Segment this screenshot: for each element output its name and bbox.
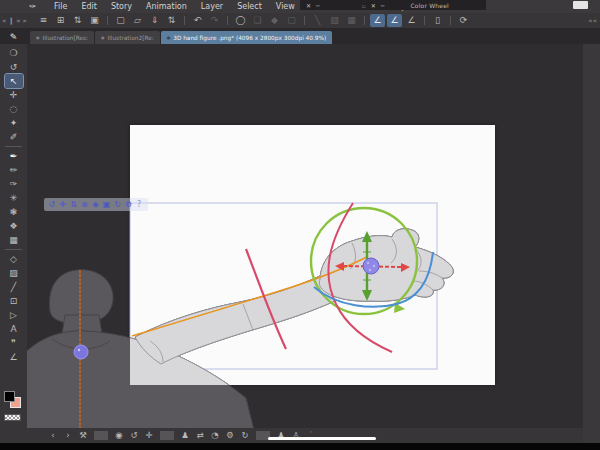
snap-ruler-icon[interactable]: ∠ — [370, 14, 385, 27]
open-file-icon[interactable]: ▱ — [130, 14, 145, 27]
camera-icon[interactable]: ◉ — [112, 429, 126, 442]
tool-airbrush[interactable]: ✳ — [5, 191, 23, 205]
tool-frame-border[interactable]: ⊡ — [5, 294, 23, 308]
menu-view[interactable]: View — [269, 0, 302, 13]
clear-icon[interactable]: ◆ — [267, 14, 282, 27]
camera-zoom-icon[interactable]: ⇅ — [68, 199, 79, 210]
bottom-bar-icons: ‹›⚒◉↺✛♟⇄◔⚙↻♟♙˄ — [46, 429, 318, 442]
menu-file[interactable]: File — [47, 0, 74, 13]
color-swatches — [0, 390, 27, 428]
save-icon[interactable]: ⇓ — [147, 14, 162, 27]
tab-3d-hand-figure[interactable]: ● 3D hand figure .png* (4096 x 2800px 30… — [161, 31, 333, 44]
undo-icon[interactable]: ↶ — [190, 14, 205, 27]
export-icon[interactable]: ⇅ — [164, 14, 179, 27]
tool-decoration[interactable]: ❃ — [5, 205, 23, 219]
reset-rotation-icon[interactable]: ↻ — [238, 429, 252, 442]
help-icon[interactable]: ? — [137, 200, 141, 209]
pose-icon[interactable]: ♟ — [178, 429, 192, 442]
pager-handle-icon[interactable]: ❙ — [8, 17, 14, 25]
model-settings-icon[interactable]: ⚙ — [223, 429, 237, 442]
main-menu-icon[interactable]: ≡ — [36, 14, 51, 27]
tool-gradient[interactable]: ▨ — [5, 266, 23, 280]
more-icon[interactable]: ˄ — [304, 429, 318, 442]
camera-orbit-icon[interactable]: ↺ — [46, 199, 57, 210]
add-figure-icon[interactable]: ♟ — [274, 429, 288, 442]
tool-pen[interactable]: ✒ — [5, 149, 23, 163]
tool-figure[interactable]: ╱ — [5, 280, 23, 294]
switch-view-icon[interactable]: ⇅ — [70, 14, 85, 27]
camera-translate-icon[interactable]: ✛ — [57, 199, 68, 210]
menu-layer[interactable]: Layer — [194, 0, 230, 13]
collapse-panels-icon[interactable]: « « — [588, 17, 596, 25]
tablet-mode-icon[interactable]: ▯ — [430, 14, 445, 27]
new-canvas-icon[interactable]: ⊞ — [53, 14, 68, 27]
snap-grid-icon[interactable]: ∠ — [404, 14, 419, 27]
foreground-color-swatch[interactable] — [4, 391, 15, 402]
reset-pose-icon[interactable]: ◔ — [208, 429, 222, 442]
object-settings-icon[interactable]: ⚙ — [123, 199, 134, 210]
tab-illustration2[interactable]: ● Illustration2[Re: — [95, 31, 160, 44]
next-item-icon[interactable]: › — [61, 429, 75, 442]
tool-text[interactable]: A — [5, 322, 23, 336]
tool-auto-select[interactable]: ✦ — [5, 116, 23, 130]
tool-selection[interactable]: ◌ — [5, 102, 23, 116]
transparent-color-chip[interactable] — [4, 414, 21, 421]
camera-rotate-icon[interactable]: ↺ — [127, 429, 141, 442]
sphere-dot — [369, 269, 371, 271]
reset-rotate-icon[interactable]: ⟳ — [456, 14, 471, 27]
tool-frame[interactable]: ▦ — [5, 233, 23, 247]
tool-zoom[interactable]: ❍ — [5, 46, 23, 60]
palette-titlebar-2: ▫ ✕ ─ — [362, 2, 385, 9]
pager-expand2-icon[interactable]: » — [22, 17, 26, 25]
minimize-icon[interactable]: ─ — [316, 2, 320, 9]
object-move-icon[interactable]: ⊕ — [79, 199, 90, 210]
object-rotate-icon[interactable]: ◈ — [90, 199, 101, 210]
object-snap-icon[interactable]: ↻ — [112, 199, 123, 210]
object-list-icon[interactable]: ⚒ — [76, 429, 90, 442]
tool-move[interactable]: ✛ — [5, 88, 23, 102]
line-width-icon[interactable]: ╲ — [310, 14, 325, 27]
chest-joint-node[interactable] — [74, 345, 88, 359]
object-scale-icon[interactable]: ▣ — [101, 199, 112, 210]
window-control-chip[interactable] — [573, 1, 588, 9]
prev-item-icon[interactable]: ‹ — [46, 429, 60, 442]
deselect-icon[interactable]: ◯ — [233, 14, 248, 27]
crop-icon[interactable]: ▢ — [284, 14, 299, 27]
gizmo-center-sphere[interactable] — [363, 258, 379, 274]
close-icon[interactable]: ✕ — [306, 2, 311, 9]
tool-eyedropper[interactable]: ✐ — [5, 130, 23, 144]
restore-icon[interactable]: ▫ — [362, 2, 366, 9]
snap-special-ruler-icon[interactable]: ∠ — [387, 14, 402, 27]
capture-icon[interactable]: ▣ — [87, 14, 102, 27]
tool-polyline[interactable]: ▷ — [5, 308, 23, 322]
grid-icon[interactable]: ▦ — [344, 14, 359, 27]
pager-expand-icon[interactable]: » — [16, 17, 20, 25]
close-icon[interactable]: ✕ — [371, 2, 376, 9]
tool-brush[interactable]: ✑ — [5, 177, 23, 191]
minimize-icon[interactable]: ─ — [381, 2, 385, 9]
tool-pencil[interactable]: ✏ — [5, 163, 23, 177]
edit-pose-icon[interactable]: ♙ — [289, 429, 303, 442]
copy-icon[interactable]: ❏ — [250, 14, 265, 27]
redo-icon[interactable]: ↷ — [207, 14, 222, 27]
3d-figure-scene[interactable] — [27, 44, 583, 428]
menu-animation[interactable]: Animation — [139, 0, 194, 13]
pager-collapse-icon[interactable]: « — [2, 17, 6, 25]
camera-pan-icon[interactable]: ✛ — [142, 429, 156, 442]
flip-horizontal-icon[interactable]: ⇄ — [193, 429, 207, 442]
toolbox-tools: ❍↺↖✛◌✦✐✒✏✑✳❃❖▦◇▨╱⊡▷A❞∠ — [0, 44, 27, 364]
new-file-icon[interactable]: ▢ — [113, 14, 128, 27]
tool-balloon[interactable]: ❞ — [5, 336, 23, 350]
tool-ruler[interactable]: ∠ — [5, 350, 23, 364]
menu-edit[interactable]: Edit — [74, 0, 104, 13]
scale-slider[interactable] — [268, 437, 376, 440]
tab-illustration[interactable]: ● Illustration[Res: — [30, 31, 94, 44]
menu-story[interactable]: Story — [104, 0, 139, 13]
color-wheel-panel-title[interactable]: Color Wheel — [410, 2, 449, 9]
tool-object[interactable]: ↖ — [5, 74, 23, 88]
tool-blend[interactable]: ❖ — [5, 219, 23, 233]
fill-icon[interactable]: ▨ — [327, 14, 342, 27]
tool-rotate-canvas[interactable]: ↺ — [5, 60, 23, 74]
tool-eraser[interactable]: ◇ — [5, 252, 23, 266]
menu-select[interactable]: Select — [230, 0, 269, 13]
